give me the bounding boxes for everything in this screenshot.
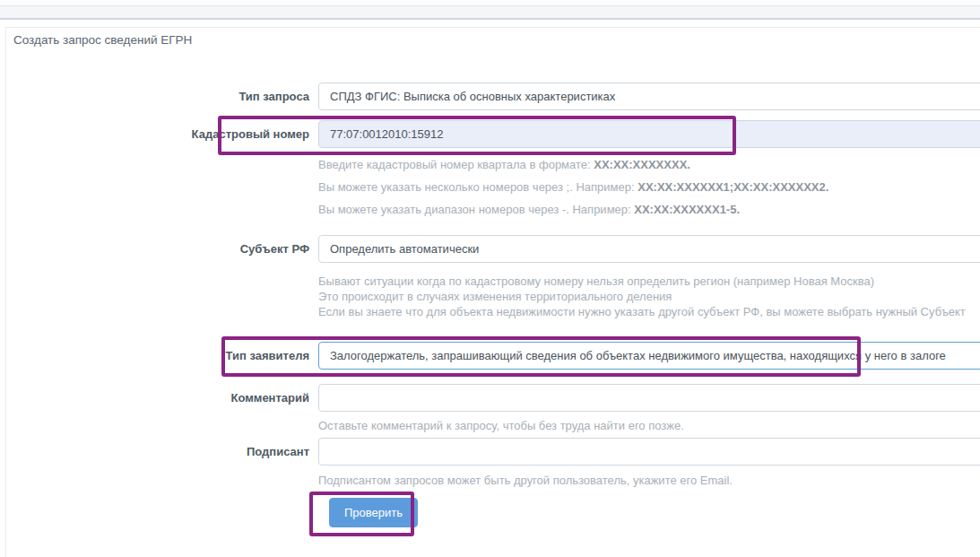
comment-help-block: Оставьте комментарий к запросу, чтобы бе…	[6, 415, 980, 437]
submit-row: Проверить	[6, 498, 980, 527]
comment-input[interactable]	[318, 384, 980, 412]
page-title: Создать запрос сведений ЕГРН	[6, 28, 980, 53]
top-bar	[0, 0, 980, 6]
egrn-request-panel: Создать запрос сведений ЕГРН Тип запроса…	[5, 27, 980, 557]
cadastral-number-label: Кадастровый номер	[6, 120, 318, 141]
subject-help-line-2: Это происходит в случаях изменения терри…	[318, 289, 980, 304]
subject-help-line-1: Бывают ситуации когда по кадастровому но…	[318, 274, 980, 289]
comment-row: Комментарий	[6, 384, 980, 412]
subject-help-block: Бывают ситуации когда по кадастровому но…	[6, 274, 980, 319]
subject-row: Субъект РФ Определить автоматически	[6, 235, 980, 263]
comment-help-line: Оставьте комментарий к запросу, чтобы бе…	[318, 415, 980, 437]
request-type-label: Тип запроса	[6, 83, 318, 103]
secondary-bar	[0, 6, 980, 20]
egrn-request-form: Тип запроса СПДЗ ФГИС: Выписка об основн…	[6, 83, 980, 527]
check-button[interactable]: Проверить	[329, 498, 418, 527]
cadastral-help-line-2: Вы можете указать несколько номеров чере…	[318, 176, 980, 198]
cadastral-number-input[interactable]	[318, 120, 980, 148]
request-type-select[interactable]: СПДЗ ФГИС: Выписка об основных характери…	[318, 83, 980, 110]
cadastral-number-row: Кадастровый номер	[6, 120, 980, 148]
cadastral-help-line-1: Введите кадастровый номер квартала в фор…	[318, 153, 980, 176]
signer-row: Подписант	[6, 438, 980, 466]
comment-label: Комментарий	[6, 384, 318, 405]
signer-label: Подписант	[6, 438, 318, 458]
applicant-type-row: Тип заявителя	[6, 342, 980, 370]
signer-help-line: Подписантом запросов может быть другой п…	[318, 470, 980, 492]
subject-help-line-3: Если вы знаете что для объекта недвижимо…	[318, 304, 980, 319]
cadastral-help-block: Введите кадастровый номер квартала в фор…	[6, 153, 980, 221]
applicant-type-label: Тип заявителя	[6, 342, 318, 362]
applicant-type-input[interactable]	[318, 342, 980, 370]
subject-select[interactable]: Определить автоматически	[318, 235, 980, 263]
signer-input[interactable]	[318, 438, 980, 466]
request-type-row: Тип запроса СПДЗ ФГИС: Выписка об основн…	[6, 83, 980, 110]
signer-help-block: Подписантом запросов может быть другой п…	[6, 470, 980, 492]
subject-label: Субъект РФ	[6, 235, 318, 256]
cadastral-help-line-3: Вы можете указать диапазон номеров через…	[318, 198, 980, 221]
